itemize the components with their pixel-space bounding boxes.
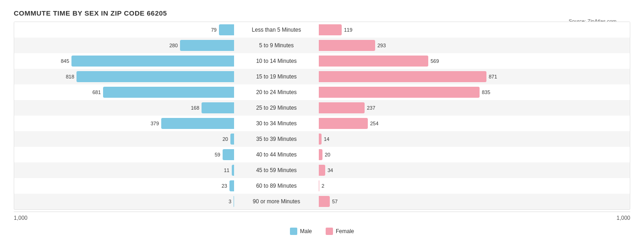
female-side: 835	[319, 87, 539, 98]
male-side: 79	[14, 24, 234, 35]
male-bar	[202, 102, 234, 113]
row-label: 35 to 39 Minutes	[234, 136, 319, 142]
female-side: 20	[319, 149, 539, 160]
male-bar	[229, 180, 234, 191]
male-side: 11	[14, 165, 234, 176]
row-label: 30 to 34 Minutes	[234, 120, 319, 127]
female-bar	[319, 71, 486, 82]
male-bar	[103, 87, 234, 98]
legend: Male Female	[14, 228, 630, 235]
female-bar	[319, 196, 330, 207]
female-value: 871	[489, 74, 507, 79]
female-value: 119	[344, 27, 362, 33]
male-side: 818	[14, 71, 234, 82]
table-row: 2360 to 89 Minutes2	[14, 178, 630, 194]
female-side: 293	[319, 40, 539, 51]
male-value: 280	[159, 43, 178, 48]
table-row: 390 or more Minutes57	[14, 194, 630, 209]
table-row: 2805 to 9 Minutes293	[14, 38, 630, 53]
male-bar	[219, 24, 234, 35]
male-value: 3	[213, 199, 231, 204]
female-value: 57	[332, 199, 350, 204]
female-bar	[319, 149, 322, 160]
male-bar	[161, 118, 234, 129]
male-side: 845	[14, 56, 234, 67]
female-value: 293	[377, 43, 396, 48]
legend-female-label: Female	[336, 228, 354, 234]
chart-area: 79Less than 5 Minutes1192805 to 9 Minute…	[14, 22, 630, 235]
table-row: 81815 to 19 Minutes871	[14, 69, 630, 84]
legend-female: Female	[326, 228, 354, 235]
row-label: 15 to 19 Minutes	[234, 73, 319, 80]
female-bar	[319, 102, 365, 113]
female-side: 871	[319, 71, 539, 82]
female-bar	[319, 40, 375, 51]
female-value: 14	[324, 136, 342, 142]
axis-right: 1,000	[617, 215, 630, 221]
row-label: 25 to 29 Minutes	[234, 105, 319, 111]
table-row: 84510 to 14 Minutes569	[14, 53, 630, 69]
axis-row: 1,000 1,000	[14, 212, 630, 224]
female-bar	[319, 87, 480, 98]
female-bar	[319, 56, 428, 67]
female-side: 34	[319, 165, 539, 176]
row-label: 10 to 14 Minutes	[234, 58, 319, 64]
legend-male-box	[290, 228, 297, 235]
female-value: 34	[327, 167, 346, 173]
table-row: 68120 to 24 Minutes835	[14, 84, 630, 100]
male-value: 20	[210, 136, 228, 142]
female-bar	[319, 24, 342, 35]
female-bar	[319, 180, 319, 191]
table-row: 79Less than 5 Minutes119	[14, 22, 630, 38]
chart-rows: 79Less than 5 Minutes1192805 to 9 Minute…	[14, 22, 630, 210]
male-side: 20	[14, 134, 234, 145]
male-side: 59	[14, 149, 234, 160]
row-label: Less than 5 Minutes	[234, 27, 319, 33]
male-value: 168	[181, 105, 199, 111]
male-side: 280	[14, 40, 234, 51]
female-value: 2	[322, 183, 340, 189]
male-side: 23	[14, 180, 234, 191]
table-row: 37930 to 34 Minutes254	[14, 116, 630, 131]
female-side: 254	[319, 118, 539, 129]
female-value: 254	[370, 121, 388, 126]
male-side: 681	[14, 87, 234, 98]
male-bar	[71, 56, 234, 67]
male-bar	[223, 149, 234, 160]
row-label: 90 or more Minutes	[234, 198, 319, 205]
male-side: 379	[14, 118, 234, 129]
female-value: 20	[325, 152, 343, 157]
female-bar	[319, 134, 322, 145]
legend-male-label: Male	[300, 228, 312, 234]
axis-left: 1,000	[14, 215, 27, 221]
male-bar	[230, 134, 234, 145]
table-row: 1145 to 59 Minutes34	[14, 162, 630, 178]
male-side: 3	[14, 196, 234, 207]
female-value: 237	[367, 105, 385, 111]
table-row: 2035 to 39 Minutes14	[14, 131, 630, 147]
female-side: 237	[319, 102, 539, 113]
male-bar	[180, 40, 234, 51]
female-value: 569	[431, 58, 449, 64]
female-side: 14	[319, 134, 539, 145]
male-value: 79	[198, 27, 217, 33]
male-value: 845	[51, 58, 69, 64]
row-label: 5 to 9 Minutes	[234, 42, 319, 49]
male-value: 379	[141, 121, 159, 126]
legend-female-box	[326, 228, 333, 235]
female-value: 835	[482, 89, 500, 95]
female-side: 57	[319, 196, 539, 207]
row-label: 45 to 59 Minutes	[234, 167, 319, 173]
row-label: 60 to 89 Minutes	[234, 183, 319, 189]
male-value: 681	[82, 89, 101, 95]
row-label: 40 to 44 Minutes	[234, 151, 319, 158]
female-side: 2	[319, 180, 539, 191]
table-row: 16825 to 29 Minutes237	[14, 100, 630, 116]
male-bar	[76, 71, 234, 82]
female-bar	[319, 118, 368, 129]
chart-title: COMMUTE TIME BY SEX IN ZIP CODE 66205	[14, 9, 630, 17]
female-bar	[319, 165, 325, 176]
female-side: 119	[319, 24, 539, 35]
male-value: 818	[56, 74, 74, 79]
table-row: 5940 to 44 Minutes20	[14, 147, 630, 162]
